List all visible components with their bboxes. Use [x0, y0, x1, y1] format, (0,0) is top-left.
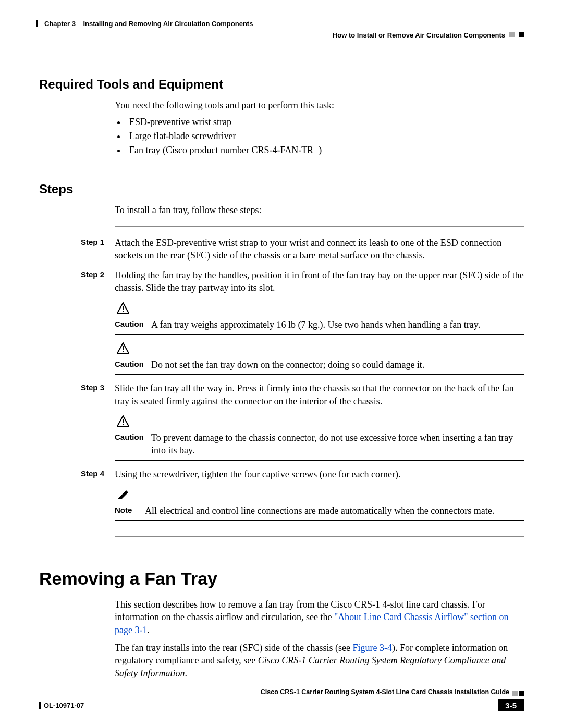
list-item: ESD-preventive wrist strap	[126, 117, 524, 128]
svg-rect-2	[123, 311, 124, 312]
step-body: Attach the ESD-preventive wrist strap to…	[115, 237, 524, 262]
caution-label: Caution	[115, 431, 151, 457]
header-section-title: How to Install or Remove Air Circulation…	[333, 29, 505, 39]
step-row: Step 2 Holding the fan tray by the handl…	[81, 269, 524, 294]
steps-area: Step 1 Attach the ESD-preventive wrist s…	[115, 237, 524, 521]
svg-rect-1	[123, 306, 124, 310]
note-icon	[117, 489, 129, 500]
list-item: Fan tray (Cisco product number CRS-4-FAN…	[126, 145, 524, 156]
chapter-line: Chapter 3 Installing and Removing Air Ci…	[39, 20, 253, 29]
caution-text: To prevent damage to the chassis connect…	[151, 431, 524, 457]
figure-link[interactable]: Figure 3-4	[352, 643, 392, 653]
step-body: Using the screwdriver, tighten the four …	[115, 468, 524, 480]
square-icon	[509, 32, 515, 37]
footer-bar-icon	[39, 702, 41, 709]
step-body: Slide the fan tray all the way in. Press…	[115, 382, 524, 408]
caution-block: Caution A fan tray weighs approximately …	[115, 302, 524, 335]
note-text: All electrical and control line connecti…	[145, 504, 524, 517]
text: .	[147, 625, 150, 635]
caution-block: Caution To prevent damage to the chassis…	[115, 415, 524, 461]
footer-doc-number: OL-10971-07	[44, 701, 84, 709]
page-number-badge: 3-5	[498, 699, 524, 711]
text: .	[185, 668, 187, 678]
removing-p1: This section describes how to remove a f…	[115, 598, 524, 636]
footer-guide-title: Cisco CRS-1 Carrier Routing System 4-Slo…	[39, 688, 509, 697]
page-header: Chapter 3 Installing and Removing Air Ci…	[39, 20, 524, 51]
divider	[115, 536, 524, 537]
step-body: Holding the fan tray by the handles, pos…	[115, 269, 524, 294]
page-footer: Cisco CRS-1 Carrier Routing System 4-Slo…	[39, 688, 524, 711]
tools-intro: You need the following tools and part to…	[115, 99, 524, 112]
chapter-label: Chapter 3	[44, 20, 76, 28]
square-icon	[519, 691, 524, 696]
divider	[115, 226, 524, 227]
steps-intro: To install a fan tray, follow these step…	[115, 204, 524, 216]
step-label: Step 3	[81, 382, 115, 408]
removing-p2: The fan tray installs into the rear (SFC…	[115, 641, 524, 680]
note-block: Note All electrical and control line con…	[115, 488, 524, 521]
svg-rect-8	[123, 424, 124, 425]
svg-rect-5	[123, 351, 124, 352]
caution-text: A fan tray weighs approximately 16 lb (7…	[151, 318, 524, 331]
header-section-row: How to Install or Remove Air Circulation…	[39, 29, 524, 39]
caution-icon	[117, 415, 129, 427]
caution-block: Caution Do not set the fan tray down on …	[115, 342, 524, 375]
step-label: Step 1	[81, 237, 115, 262]
tools-body: You need the following tools and part to…	[115, 99, 524, 156]
header-bar-icon	[36, 20, 38, 27]
tools-heading: Required Tools and Equipment	[39, 77, 524, 92]
header-rule: Chapter 3 Installing and Removing Air Ci…	[39, 20, 524, 29]
removing-heading: Removing a Fan Tray	[39, 569, 524, 589]
step-row: Step 1 Attach the ESD-preventive wrist s…	[81, 237, 524, 262]
caution-icon	[117, 342, 129, 354]
steps-heading: Steps	[39, 182, 524, 196]
list-item: Large flat-blade screwdriver	[126, 131, 524, 142]
step-label: Step 4	[81, 468, 115, 480]
note-label: Note	[115, 504, 145, 517]
steps-intro-wrap: To install a fan tray, follow these step…	[115, 204, 524, 216]
removing-body: This section describes how to remove a f…	[115, 598, 524, 680]
tools-list: ESD-preventive wrist strap Large flat-bl…	[126, 117, 524, 156]
text: The fan tray installs into the rear (SFC…	[115, 643, 352, 653]
caution-label: Caution	[115, 318, 151, 331]
caution-label: Caution	[115, 359, 151, 371]
svg-rect-4	[123, 346, 124, 350]
chapter-title: Installing and Removing Air Circulation …	[83, 20, 253, 28]
caution-text: Do not set the fan tray down on the conn…	[151, 359, 524, 371]
square-icon	[512, 691, 518, 696]
svg-rect-7	[123, 419, 124, 423]
step-row: Step 4 Using the screwdriver, tighten th…	[81, 468, 524, 480]
caution-icon	[117, 302, 129, 314]
step-row: Step 3 Slide the fan tray all the way in…	[81, 382, 524, 408]
square-icon	[519, 32, 524, 37]
step-label: Step 2	[81, 269, 115, 294]
